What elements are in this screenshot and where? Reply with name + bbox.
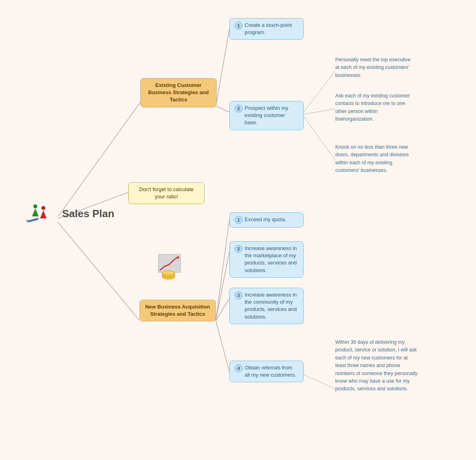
svg-line-7 <box>304 116 335 160</box>
svg-line-10 <box>216 299 229 321</box>
new-tactic-3: 3 Increase awareness in the community of… <box>229 288 304 324</box>
existing-detail-1: Personally meet the top executive at eac… <box>335 56 411 79</box>
svg-line-5 <box>304 71 335 112</box>
new-tactic-4: 4 Obtain referrals from all my new custo… <box>229 361 304 382</box>
ratio-node: Don't forget to calculate your ratio! <box>128 182 205 204</box>
svg-point-25 <box>162 270 175 275</box>
svg-line-6 <box>304 109 335 114</box>
existing-customer-node: Existing Customer Business Strategies an… <box>140 78 217 107</box>
new-tactic-2: 2 Increase awareness in the marketplace … <box>229 241 304 278</box>
sales-plan-icon <box>23 202 59 228</box>
svg-line-4 <box>217 106 229 112</box>
svg-rect-17 <box>27 218 38 222</box>
svg-line-8 <box>216 220 229 321</box>
new-business-node: New Business Acquisition Strategies and … <box>140 300 216 321</box>
svg-marker-13 <box>32 208 38 216</box>
svg-marker-15 <box>40 210 47 218</box>
svg-line-12 <box>304 375 335 389</box>
svg-line-3 <box>217 29 229 102</box>
root-label: Sales Plan <box>62 208 114 220</box>
existing-detail-2: Ask each of my existing customer contact… <box>335 92 411 123</box>
svg-point-14 <box>33 204 37 208</box>
existing-tactic-1: 1 Create a touch-point program. <box>229 18 304 40</box>
chart-icon <box>156 252 188 280</box>
svg-line-9 <box>216 252 229 321</box>
existing-tactic-2: 2 Prospect within my existing customer b… <box>229 101 304 130</box>
svg-line-11 <box>216 321 229 372</box>
new-detail-1: Within 30 days of delivering my product,… <box>335 339 417 393</box>
existing-detail-3: Knock on no less than three new doors, d… <box>335 143 411 175</box>
svg-line-2 <box>58 222 140 321</box>
svg-point-16 <box>41 206 45 210</box>
new-tactic-1: 1 Exceed my quota. <box>229 212 304 228</box>
